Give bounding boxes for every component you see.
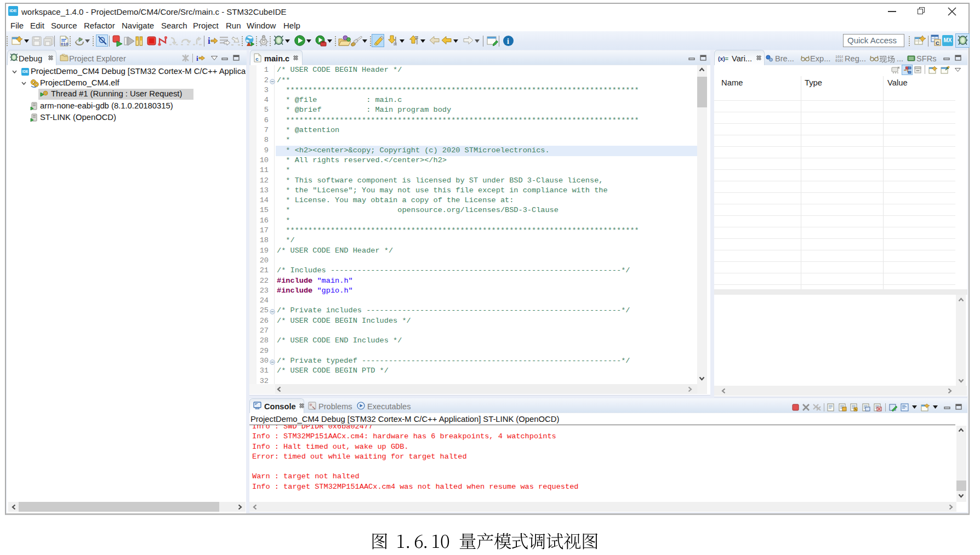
svg-text:C: C [936,40,939,46]
svg-text:0101: 0101 [835,59,843,62]
svg-text:i: i [196,54,198,62]
svg-text:c: c [255,56,258,62]
svg-text:i: i [208,36,210,46]
svg-text:i: i [507,37,509,45]
svg-text:010: 010 [61,42,69,47]
